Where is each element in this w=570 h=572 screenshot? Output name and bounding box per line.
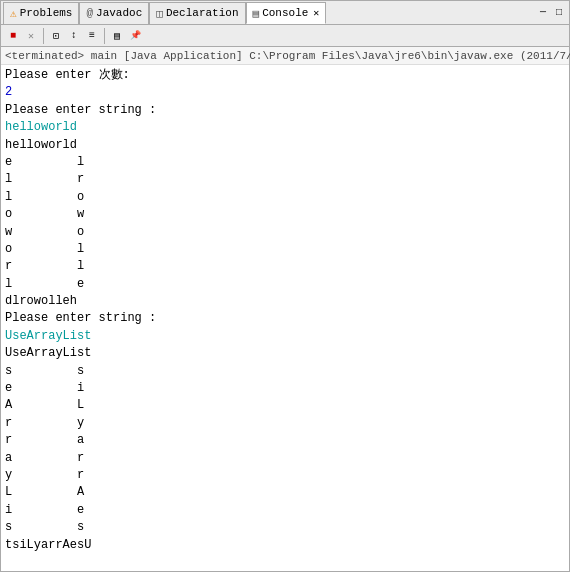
remove-launch-button[interactable]: ✕ [23,28,39,44]
console-line: y r [5,467,565,484]
console-toolbar: ■ ✕ ⊡ ↕ ≡ ▤ 📌 [1,25,569,47]
console-line: w o [5,224,565,241]
console-line: e l [5,154,565,171]
console-line: l o [5,189,565,206]
console-output[interactable]: Please enter 次數:2Please enter string :he… [1,65,569,571]
console-icon: ▤ [253,7,260,20]
javadoc-icon: @ [86,7,93,19]
console-line: Please enter string : [5,310,565,327]
word-wrap-button[interactable]: ≡ [84,28,100,44]
console-line: e i [5,380,565,397]
tab-declaration-label: Declaration [166,7,239,19]
status-line: <terminated> main [Java Application] C:\… [1,47,569,65]
console-line: L A [5,484,565,501]
console-line: l e [5,276,565,293]
tab-problems-label: Problems [20,7,73,19]
tab-console[interactable]: ▤ Console ✕ [246,2,327,24]
console-line: A L [5,397,565,414]
tab-close-button[interactable]: ✕ [313,7,319,19]
status-text: <terminated> main [Java Application] C:\… [5,50,570,62]
console-line: 2 [5,84,565,101]
scroll-lock-button[interactable]: ↕ [66,28,82,44]
tab-javadoc-label: Javadoc [96,7,142,19]
console-line: tsiLyarrAesU [5,537,565,554]
minimize-view-button[interactable]: ─ [535,5,551,21]
console-line: o w [5,206,565,223]
maximize-view-button[interactable]: □ [551,5,567,21]
console-line: UseArrayList [5,345,565,362]
tab-bar: ⚠ Problems @ Javadoc ◫ Declaration ▤ Con… [1,1,569,25]
console-line: o l [5,241,565,258]
tab-problems[interactable]: ⚠ Problems [3,2,79,24]
tab-javadoc[interactable]: @ Javadoc [79,2,149,24]
console-line: s s [5,363,565,380]
console-line: Please enter string : [5,102,565,119]
console-line: UseArrayList [5,328,565,345]
console-line: l r [5,171,565,188]
toolbar-separator-2 [104,28,105,44]
console-line: helloworld [5,119,565,136]
open-console-button[interactable]: ▤ [109,28,125,44]
clear-console-button[interactable]: ⊡ [48,28,64,44]
console-line: dlrowolleh [5,293,565,310]
console-line: r y [5,415,565,432]
tab-console-label: Console [262,7,308,19]
tab-declaration[interactable]: ◫ Declaration [149,2,245,24]
problems-icon: ⚠ [10,7,17,20]
toolbar-separator-1 [43,28,44,44]
console-line: i e [5,502,565,519]
console-line: r l [5,258,565,275]
console-line: s s [5,519,565,536]
terminate-button[interactable]: ■ [5,28,21,44]
console-line: Please enter 次數: [5,67,565,84]
pin-console-button[interactable]: 📌 [127,28,143,44]
console-line: r a [5,432,565,449]
declaration-icon: ◫ [156,7,163,20]
console-line: helloworld [5,137,565,154]
eclipse-window: ⚠ Problems @ Javadoc ◫ Declaration ▤ Con… [0,0,570,572]
console-line: a r [5,450,565,467]
